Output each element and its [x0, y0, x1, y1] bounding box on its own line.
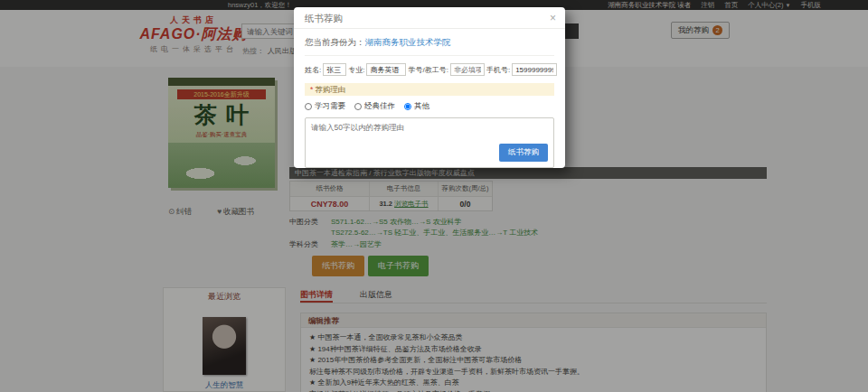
radio-study-need-label: 学习需要 — [315, 101, 345, 112]
major-field[interactable] — [366, 63, 406, 76]
name-label: 姓名: — [305, 65, 321, 75]
reason-textarea-box: 纸书荐购 — [305, 117, 554, 168]
major-label: 专业: — [348, 65, 364, 75]
identity-label: 您当前身份为： — [305, 37, 365, 47]
reason-section-header: *荐购理由 — [305, 83, 554, 96]
student-id-field[interactable] — [450, 63, 485, 76]
name-field[interactable] — [323, 63, 346, 76]
reason-radio-group: 学习需要 经典佳作 其他 — [305, 101, 554, 112]
paper-recommend-modal: 纸书荐购 × 您当前身份为：湖南商务职业技术学院 姓名: 专业: 学号/教工号:… — [294, 7, 565, 168]
phone-label: 手机号: — [486, 65, 510, 75]
radio-other-input[interactable] — [404, 103, 411, 110]
radio-classic-work-label: 经典佳作 — [364, 101, 395, 112]
modal-title: 纸书荐购 — [305, 13, 343, 23]
radio-classic-work[interactable]: 经典佳作 — [354, 101, 395, 112]
identity-row: 您当前身份为：湖南商务职业技术学院 — [305, 34, 554, 56]
recommend-form-row: 姓名: 专业: 学号/教工号: 手机号: — [305, 63, 554, 76]
student-id-label: 学号/教工号: — [408, 65, 448, 75]
close-icon[interactable]: × — [550, 7, 556, 29]
radio-study-need[interactable]: 学习需要 — [305, 101, 345, 112]
modal-body: 您当前身份为：湖南商务职业技术学院 姓名: 专业: 学号/教工号: 手机号: *… — [294, 29, 565, 168]
reason-textarea[interactable] — [306, 118, 553, 145]
radio-other-label: 其他 — [414, 101, 429, 112]
identity-school-link[interactable]: 湖南商务职业技术学院 — [365, 37, 451, 47]
radio-study-need-input[interactable] — [305, 103, 312, 110]
phone-field[interactable] — [512, 63, 557, 76]
radio-other[interactable]: 其他 — [404, 101, 429, 112]
required-asterisk: * — [310, 85, 313, 94]
radio-classic-work-input[interactable] — [354, 103, 362, 110]
modal-submit-button[interactable]: 纸书荐购 — [499, 144, 548, 162]
modal-header: 纸书荐购 × — [294, 7, 565, 29]
reason-header-label: 荐购理由 — [315, 85, 345, 94]
